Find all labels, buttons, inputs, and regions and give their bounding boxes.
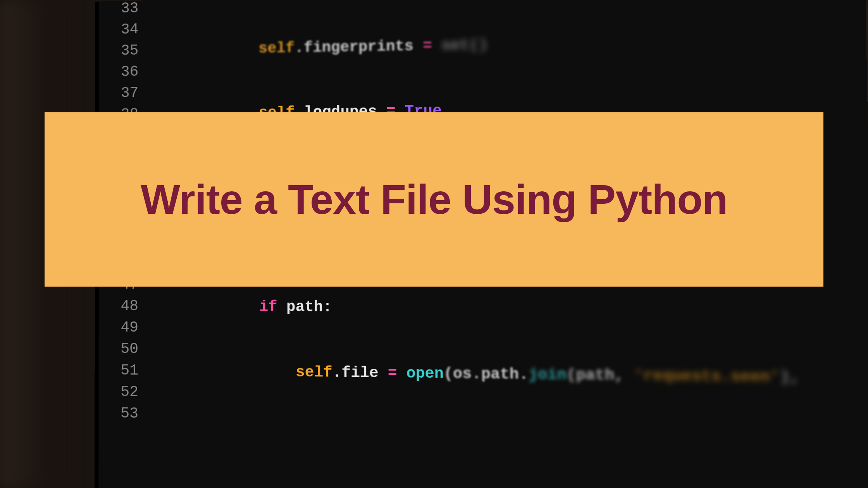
line-number: 51 [98,359,138,381]
title-text: Write a Text File Using Python [141,177,727,221]
title-overlay: Write a Text File Using Python [45,112,823,287]
line-number: 53 [98,402,138,424]
code-line: self.fingerprints = set() [151,29,794,61]
line-number: 36 [99,61,139,83]
code-line: self.file = open(os.path.join(path, 'req… [151,360,800,388]
line-number: 35 [99,40,139,62]
code-line: if path: [151,296,799,321]
line-number: 34 [99,19,139,40]
thumbnail-viewport: 33 34 35 36 37 38 47 48 49 50 51 52 53 s… [0,0,868,488]
line-number: 49 [99,316,138,338]
code-line [151,424,801,457]
line-number: 37 [99,82,138,104]
line-number: 33 [99,0,139,19]
line-number: 50 [99,338,138,360]
line-number: 52 [98,381,138,403]
line-number: 48 [99,295,138,317]
